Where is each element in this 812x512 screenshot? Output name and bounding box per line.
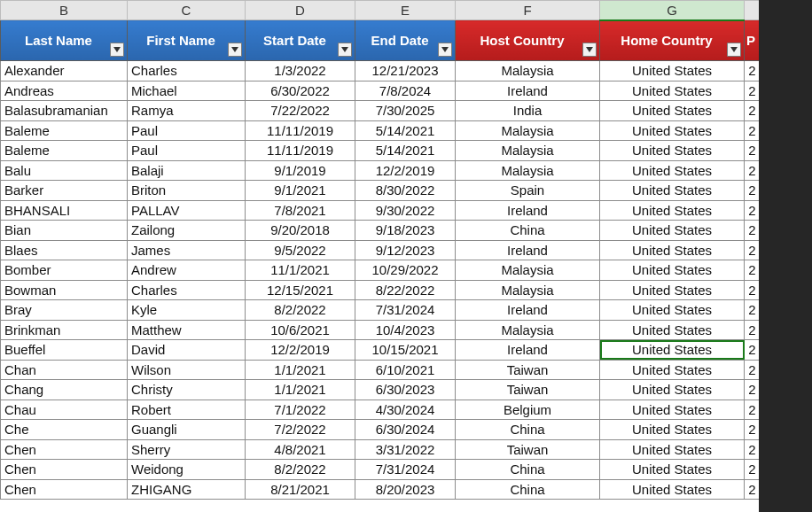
cell[interactable]: 2 [745, 160, 760, 181]
cell[interactable]: 4/8/2021 [246, 439, 355, 460]
column-heading-G[interactable]: G [600, 1, 745, 20]
cell[interactable]: Malaysia [456, 280, 600, 300]
cell[interactable]: Charles [128, 61, 246, 81]
cell[interactable]: Malaysia [456, 160, 600, 181]
cell[interactable]: Taiwan [456, 380, 600, 400]
cell[interactable]: Guangli [128, 420, 246, 440]
column-heading-B[interactable]: B [1, 1, 128, 20]
cell[interactable]: Balasubramanian [1, 101, 128, 121]
cell[interactable]: Malaysia [456, 61, 600, 81]
cell[interactable]: Sherry [128, 439, 246, 460]
cell[interactable]: 6/30/2022 [246, 81, 355, 101]
cell[interactable]: 8/22/2022 [355, 280, 456, 300]
cell[interactable]: United States [600, 400, 745, 420]
cell[interactable]: Alexander [1, 61, 128, 81]
cell[interactable]: Malaysia [456, 141, 600, 161]
filter-dropdown-icon[interactable] [438, 43, 452, 57]
cell[interactable]: Matthew [128, 320, 246, 340]
cell[interactable]: Chau [1, 400, 128, 420]
cell[interactable]: 2 [745, 141, 760, 161]
cell[interactable]: James [128, 240, 246, 260]
cell[interactable]: 7/22/2022 [246, 101, 355, 121]
cell[interactable]: Barker [1, 181, 128, 201]
cell[interactable]: 12/2/2019 [246, 340, 355, 361]
column-heading-C[interactable]: C [128, 1, 246, 20]
cell[interactable]: Bowman [1, 280, 128, 300]
cell[interactable]: 1/3/2022 [246, 61, 355, 81]
cell[interactable]: 2 [745, 420, 760, 440]
cell[interactable]: Ireland [456, 240, 600, 260]
cell[interactable]: United States [600, 340, 745, 361]
filter-dropdown-icon[interactable] [338, 43, 352, 57]
header-cell-p[interactable]: P [745, 20, 760, 61]
cell[interactable]: 7/30/2025 [355, 101, 456, 121]
cell[interactable]: 2 [745, 260, 760, 281]
cell[interactable]: United States [600, 439, 745, 460]
cell[interactable]: 4/30/2024 [355, 400, 456, 420]
column-heading-F[interactable]: F [456, 1, 600, 20]
cell[interactable]: Paul [128, 141, 246, 161]
cell[interactable]: Blaes [1, 240, 128, 260]
cell[interactable]: 2 [745, 240, 760, 260]
cell[interactable]: 2 [745, 439, 760, 460]
cell[interactable]: 9/12/2023 [355, 240, 456, 260]
cell[interactable]: David [128, 340, 246, 361]
cell[interactable]: Ireland [456, 200, 600, 221]
cell[interactable]: 3/31/2022 [355, 439, 456, 460]
cell[interactable]: Ireland [456, 340, 600, 361]
cell[interactable]: United States [600, 101, 745, 121]
cell[interactable]: United States [600, 360, 745, 380]
filter-dropdown-icon[interactable] [228, 43, 242, 57]
cell[interactable]: 7/1/2022 [246, 400, 355, 420]
cell[interactable]: United States [600, 120, 745, 141]
cell[interactable]: 8/21/2021 [246, 479, 355, 500]
cell[interactable]: 5/14/2021 [355, 141, 456, 161]
cell[interactable]: 8/2/2022 [246, 300, 355, 321]
cell[interactable]: Chen [1, 439, 128, 460]
cell[interactable]: Robert [128, 400, 246, 420]
cell[interactable]: 1/1/2021 [246, 380, 355, 400]
cell[interactable]: 2 [745, 320, 760, 340]
cell[interactable]: Ireland [456, 300, 600, 321]
cell[interactable]: United States [600, 221, 745, 241]
header-cell-first-name[interactable]: First Name [128, 20, 246, 61]
cell[interactable]: 8/2/2022 [246, 460, 355, 480]
cell[interactable]: 7/8/2021 [246, 200, 355, 221]
cell[interactable]: United States [600, 81, 745, 101]
cell[interactable]: 2 [745, 181, 760, 201]
cell[interactable]: Chan [1, 360, 128, 380]
cell[interactable]: PALLAV [128, 200, 246, 221]
cell[interactable]: Balaji [128, 160, 246, 181]
cell[interactable]: 9/1/2021 [246, 181, 355, 201]
cell[interactable]: 6/10/2021 [355, 360, 456, 380]
header-cell-end-date[interactable]: End Date [355, 20, 456, 61]
cell[interactable]: United States [600, 61, 745, 81]
cell[interactable]: 10/4/2023 [355, 320, 456, 340]
cell[interactable]: United States [600, 181, 745, 201]
cell[interactable]: 10/6/2021 [246, 320, 355, 340]
cell[interactable]: 11/11/2019 [246, 141, 355, 161]
cell[interactable]: Charles [128, 280, 246, 300]
cell[interactable]: Wilson [128, 360, 246, 380]
cell[interactable]: 2 [745, 340, 760, 361]
cell[interactable]: Bian [1, 221, 128, 241]
cell[interactable]: 11/1/2021 [246, 260, 355, 281]
cell[interactable]: Kyle [128, 300, 246, 321]
cell[interactable]: 2 [745, 61, 760, 81]
cell[interactable]: United States [600, 200, 745, 221]
cell[interactable]: Weidong [128, 460, 246, 480]
cell[interactable]: 8/20/2023 [355, 479, 456, 500]
cell[interactable]: Belgium [456, 400, 600, 420]
cell[interactable]: United States [600, 141, 745, 161]
cell[interactable]: United States [600, 300, 745, 321]
column-heading-partial[interactable] [745, 1, 760, 20]
cell[interactable]: 5/14/2021 [355, 120, 456, 141]
cell[interactable]: Christy [128, 380, 246, 400]
cell[interactable]: 2 [745, 300, 760, 321]
cell[interactable]: 9/1/2019 [246, 160, 355, 181]
cell[interactable]: 8/30/2022 [355, 181, 456, 201]
cell[interactable]: Malaysia [456, 120, 600, 141]
cell[interactable]: 10/15/2021 [355, 340, 456, 361]
cell[interactable]: United States [600, 240, 745, 260]
cell[interactable]: Bray [1, 300, 128, 321]
